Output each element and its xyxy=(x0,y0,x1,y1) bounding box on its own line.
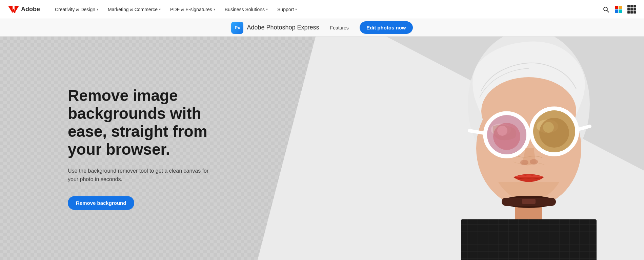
color-square-red xyxy=(615,6,618,9)
remove-background-button[interactable]: Remove background xyxy=(68,196,134,210)
svg-point-13 xyxy=(539,118,569,148)
adobe-logo-icon xyxy=(8,6,19,13)
nav-marketing-commerce[interactable]: Marketing & Commerce ▾ xyxy=(104,4,165,15)
svg-point-8 xyxy=(493,123,520,150)
nav-right-controls xyxy=(603,5,636,14)
color-square-blue xyxy=(615,9,618,13)
features-link[interactable]: Features xyxy=(330,25,349,30)
search-icon[interactable] xyxy=(603,6,609,13)
color-square-cyan xyxy=(619,9,622,13)
hero-person-image xyxy=(414,37,644,260)
photoshop-express-icon xyxy=(231,22,243,34)
svg-point-19 xyxy=(530,159,538,165)
svg-rect-15 xyxy=(526,132,530,136)
svg-line-1 xyxy=(607,10,609,12)
adobe-logo[interactable]: Adobe xyxy=(8,6,40,13)
nav-links: Creativity & Design ▾ Marketing & Commer… xyxy=(51,4,603,15)
hero-subtitle: Use the background remover tool to get a… xyxy=(68,167,210,184)
nav-support[interactable]: Support ▾ xyxy=(273,4,301,15)
nav-business-solutions[interactable]: Business Solutions ▾ xyxy=(221,4,272,15)
nav-business-solutions-label: Business Solutions xyxy=(225,7,265,12)
nav-marketing-commerce-label: Marketing & Commerce xyxy=(108,7,158,12)
svg-point-14 xyxy=(543,122,554,133)
apps-grid-icon[interactable] xyxy=(627,5,636,14)
hero-title: Remove image backgrounds with ease, stra… xyxy=(68,87,244,158)
secondary-navigation: Adobe Photoshop Express Features Edit ph… xyxy=(0,19,644,37)
svg-line-16 xyxy=(469,131,484,133)
ps-express-logo-group[interactable]: Adobe Photoshop Express xyxy=(231,22,319,34)
chevron-down-icon: ▾ xyxy=(214,7,215,11)
hero-content: Remove image backgrounds with ease, stra… xyxy=(68,87,244,210)
person-svg xyxy=(414,37,644,260)
nav-pdf-esignatures-label: PDF & E-signatures xyxy=(170,7,212,12)
svg-point-18 xyxy=(520,160,528,165)
photoshop-express-title: Adobe Photoshop Express xyxy=(247,24,319,31)
nav-support-label: Support xyxy=(277,7,294,12)
top-navigation: Adobe Creativity & Design ▾ Marketing & … xyxy=(0,0,644,19)
svg-point-9 xyxy=(497,126,507,136)
nav-pdf-esignatures[interactable]: PDF & E-signatures ▾ xyxy=(166,4,219,15)
nav-creativity-design[interactable]: Creativity & Design ▾ xyxy=(51,4,102,15)
edit-photos-button[interactable]: Edit photos now xyxy=(360,21,413,34)
chevron-down-icon: ▾ xyxy=(295,7,297,11)
color-square-orange xyxy=(619,6,622,9)
nav-creativity-design-label: Creativity & Design xyxy=(55,7,95,12)
hero-section: Remove image backgrounds with ease, stra… xyxy=(0,37,644,260)
chevron-down-icon: ▾ xyxy=(159,7,161,11)
adobe-wordmark: Adobe xyxy=(21,6,40,13)
chevron-down-icon: ▾ xyxy=(97,7,98,11)
svg-rect-23 xyxy=(522,199,536,204)
chevron-down-icon: ▾ xyxy=(266,7,268,11)
adobe-color-squares[interactable] xyxy=(615,6,622,13)
